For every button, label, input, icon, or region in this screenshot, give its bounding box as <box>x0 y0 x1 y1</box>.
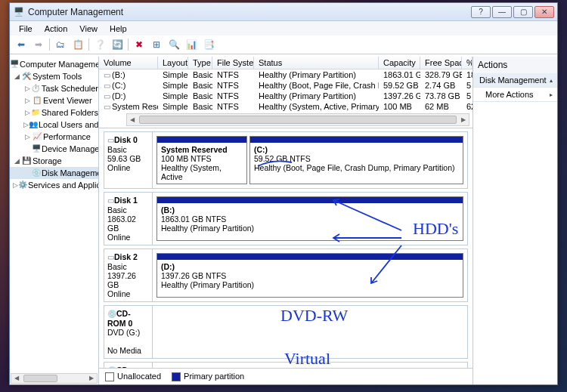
cdrom-0-label: 💿CD-ROM 0 DVD (G:) No Media <box>104 306 153 358</box>
menubar: File Action View Help <box>10 21 557 35</box>
actions-header: Actions <box>473 57 557 73</box>
disk-graph-pane: ▭Disk 0 Basic 59.63 GB Online System Res… <box>99 128 472 368</box>
volume-row[interactable]: ▭(D:) Simple Basic NTFS Healthy (Primary… <box>99 91 472 101</box>
main-pane: Volume Layout Type File System Status Ca… <box>99 57 472 384</box>
disk-legend: Unallocated Primary partition <box>99 368 472 384</box>
view4-button[interactable]: 📑 <box>200 37 217 52</box>
actions-pane: Actions Disk Management▴ More Actions▸ <box>472 57 557 384</box>
close-button[interactable]: ✕ <box>534 6 554 18</box>
actions-section[interactable]: Disk Management▴ <box>473 73 557 88</box>
tree-root-label: Computer Management (Local) <box>20 59 99 69</box>
drive-icon: ▭ <box>104 92 110 100</box>
drive-icon: ▭ <box>104 82 110 90</box>
cdrom-1-label: 💿CD-ROM 1 DVD (F:) No Media <box>104 363 153 368</box>
actions-more[interactable]: More Actions▸ <box>473 88 557 102</box>
volume-row[interactable]: ▭System Reserved Simple Basic NTFS Healt… <box>99 101 472 112</box>
tree-event-viewer[interactable]: ▷📋Event Viewer <box>10 94 98 106</box>
menu-help[interactable]: Help <box>104 23 133 35</box>
legend-primary: Primary partition <box>172 372 244 381</box>
help-icon[interactable]: ? <box>471 6 491 18</box>
col-free[interactable]: Free Space <box>420 57 462 69</box>
scope-button[interactable]: 🗂 <box>52 37 69 52</box>
tree-device-manager[interactable]: 🖥️Device Manager <box>10 143 98 155</box>
col-layout[interactable]: Layout <box>158 57 188 69</box>
volume-row[interactable]: ▭(C:) Simple Basic NTFS Healthy (Boot, P… <box>99 80 472 91</box>
disk-1-label: ▭Disk 1 Basic 1863.02 GB Online <box>104 193 153 245</box>
window-title: Computer Management <box>28 7 471 17</box>
refresh-button[interactable]: 🔄 <box>109 37 125 52</box>
rescan-button[interactable]: ✖ <box>131 37 147 52</box>
cdrom-0-row[interactable]: 💿CD-ROM 0 DVD (G:) No Media <box>104 305 468 359</box>
view3-button[interactable]: 📊 <box>183 37 200 52</box>
col-pct[interactable]: % <box>462 57 472 69</box>
drive-icon: ▭ <box>104 71 110 79</box>
tree-root[interactable]: 🖥️Computer Management (Local) <box>10 58 98 70</box>
menu-action[interactable]: Action <box>39 23 74 35</box>
toolbar: ⬅ ➡ 🗂 📋 ❔ 🔄 ✖ ⊞ 🔍 📊 📑 <box>10 35 557 54</box>
collapse-icon: ▴ <box>550 77 553 84</box>
volume-list: ▭(B:) Simple Basic NTFS Healthy (Primary… <box>99 69 472 112</box>
tree-task-scheduler[interactable]: ▷⏱️Task Scheduler <box>10 82 98 94</box>
tree-system-tools[interactable]: ◢🛠️System Tools <box>10 70 98 82</box>
volume-row[interactable]: ▭(B:) Simple Basic NTFS Healthy (Primary… <box>99 69 472 80</box>
tree-services-apps[interactable]: ▷⚙️Services and Applications <box>10 179 98 191</box>
volume-scrollbar[interactable]: ◀▶ <box>126 113 469 126</box>
legend-unallocated: Unallocated <box>105 372 161 381</box>
cdrom-1-row[interactable]: 💿CD-ROM 1 DVD (F:) No Media <box>104 362 468 368</box>
properties-button[interactable]: 📋 <box>70 37 86 52</box>
maximize-button[interactable]: ▢ <box>513 6 533 18</box>
disk-0-row[interactable]: ▭Disk 0 Basic 59.63 GB Online System Res… <box>104 131 468 189</box>
tree-storage[interactable]: ◢💾Storage <box>10 155 98 167</box>
tree-performance[interactable]: ▷📈Performance <box>10 131 98 143</box>
drive-icon: ▭ <box>104 103 110 111</box>
disk-1-row[interactable]: ▭Disk 1 Basic 1863.02 GB Online (B:)1863… <box>104 192 468 245</box>
col-fs[interactable]: File System <box>212 57 254 69</box>
disk-2-partition-d[interactable]: (D:)1397.26 GB NTFSHealthy (Primary Part… <box>156 253 463 298</box>
tree-shared-folders[interactable]: ▷📁Shared Folders <box>10 106 98 119</box>
col-status[interactable]: Status <box>254 57 379 69</box>
back-button[interactable]: ⬅ <box>13 37 29 52</box>
col-type[interactable]: Type <box>188 57 212 69</box>
disk-0-partition-system-reserved[interactable]: System Reserved100 MB NTFSHealthy (Syste… <box>156 136 247 184</box>
col-capacity[interactable]: Capacity <box>379 57 420 69</box>
disk-0-partition-c[interactable]: (C:)59.52 GB NTFSHealthy (Boot, Page Fil… <box>249 136 463 184</box>
chevron-right-icon: ▸ <box>550 91 553 98</box>
view2-button[interactable]: 🔍 <box>166 37 182 52</box>
view1-button[interactable]: ⊞ <box>148 37 165 52</box>
computer-management-window: 🖥️ Computer Management ? — ▢ ✕ File Acti… <box>9 2 558 385</box>
disk-2-label: ▭Disk 2 Basic 1397.26 GB Online <box>104 249 153 301</box>
disk-1-partition-b[interactable]: (B:)1863.01 GB NTFSHealthy (Primary Part… <box>156 196 463 241</box>
menu-file[interactable]: File <box>13 23 39 35</box>
menu-view[interactable]: View <box>73 23 104 35</box>
volume-list-header: Volume Layout Type File System Status Ca… <box>99 57 472 69</box>
titlebar[interactable]: 🖥️ Computer Management ? — ▢ ✕ <box>10 3 557 21</box>
col-volume[interactable]: Volume <box>99 57 158 69</box>
app-icon: 🖥️ <box>13 6 25 18</box>
tree-local-users[interactable]: ▷👥Local Users and Groups <box>10 119 98 131</box>
help-button[interactable]: ❔ <box>91 37 108 52</box>
disk-0-label: ▭Disk 0 Basic 59.63 GB Online <box>104 132 153 188</box>
tree-disk-management[interactable]: 💿Disk Management <box>10 167 98 179</box>
disk-2-row[interactable]: ▭Disk 2 Basic 1397.26 GB Online (D:)1397… <box>104 248 468 302</box>
minimize-button[interactable]: — <box>492 6 512 18</box>
nav-tree: 🖥️Computer Management (Local) ◢🛠️System … <box>10 57 99 384</box>
sidebar-scrollbar[interactable]: ◀▶ <box>11 373 98 384</box>
forward-button[interactable]: ➡ <box>30 37 47 52</box>
